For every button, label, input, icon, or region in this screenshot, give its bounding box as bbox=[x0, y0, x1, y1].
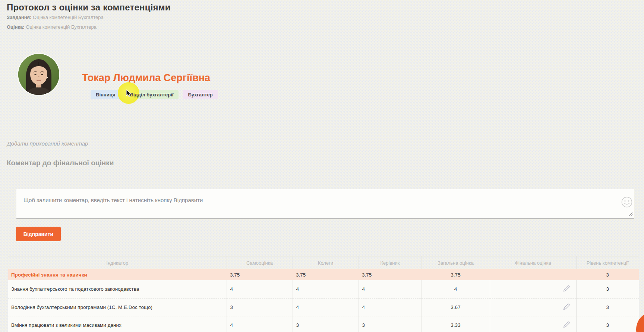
score-line: Оцінка: Оцінка компетенцій Бухгалтера bbox=[7, 24, 97, 30]
add-hidden-comment-link[interactable]: Додати прихований коментар bbox=[7, 140, 88, 147]
edit-final-score-pencil-icon[interactable] bbox=[562, 320, 571, 330]
table-header-row: Індикатор Самооцінка Колеги Керівник Заг… bbox=[8, 256, 639, 269]
table-row: Володіння бухгалтерськими програмами (1С… bbox=[8, 298, 639, 316]
edit-final-score-pencil-icon[interactable] bbox=[562, 284, 571, 294]
textarea-resize-handle[interactable] bbox=[628, 211, 633, 218]
category-level: 3 bbox=[576, 269, 639, 280]
row-self: 4 bbox=[227, 316, 293, 332]
row-indicator: Знання бухгалтерського та податкового за… bbox=[8, 280, 227, 298]
row-peers: 4 bbox=[293, 298, 359, 316]
edit-final-score-pencil-icon[interactable] bbox=[562, 302, 571, 312]
category-manager: 3.75 bbox=[359, 269, 422, 280]
row-level: 3 bbox=[576, 298, 639, 316]
category-overall: 3.75 bbox=[422, 269, 490, 280]
task-line: Завдання: Оцінка компетенцій Бухгалтера bbox=[7, 15, 104, 20]
row-peers: 4 bbox=[293, 280, 359, 298]
emoji-picker-icon[interactable] bbox=[621, 196, 633, 208]
row-peers: 3 bbox=[293, 316, 359, 332]
competency-table: Індикатор Самооцінка Колеги Керівник Заг… bbox=[8, 256, 639, 332]
task-value: Оцінка компетенцій Бухгалтера bbox=[33, 15, 104, 20]
avatar bbox=[17, 53, 60, 96]
page-title: Протокол з оцінки за компетенціями bbox=[7, 2, 171, 13]
cursor-icon bbox=[126, 89, 133, 99]
row-indicator: Володіння бухгалтерськими програмами (1С… bbox=[8, 298, 227, 316]
col-indicator: Індикатор bbox=[8, 256, 227, 269]
tag-position[interactable]: Бухгалтер bbox=[183, 90, 218, 99]
row-manager: 3 bbox=[359, 316, 422, 332]
tag-position-label: Бухгалтер bbox=[188, 92, 212, 98]
row-indicator: Вміння працювати з великими масивами дан… bbox=[8, 316, 227, 332]
score-label: Оцінка: bbox=[7, 24, 25, 30]
table-row: Вміння працювати з великими масивами дан… bbox=[8, 316, 639, 332]
category-self: 3.75 bbox=[227, 269, 293, 280]
row-overall: 4 bbox=[422, 280, 490, 298]
comment-input[interactable] bbox=[16, 189, 634, 219]
category-indicator: Професійні знання та навички bbox=[8, 269, 227, 280]
submit-button[interactable]: Відправити bbox=[16, 227, 61, 241]
tag-department-label: Відділ бухгалтерії bbox=[130, 92, 173, 98]
col-competency-level: Рівень компетенції bbox=[576, 256, 639, 269]
task-label: Завдання: bbox=[7, 15, 31, 20]
row-level: 3 bbox=[576, 316, 639, 332]
employee-name: Токар Людмила Сергіївна bbox=[82, 72, 210, 84]
row-manager: 4 bbox=[359, 280, 422, 298]
col-overall-score: Загальна оцінка bbox=[422, 256, 490, 269]
row-overall: 3.33 bbox=[422, 316, 490, 332]
row-manager: 4 bbox=[359, 298, 422, 316]
employee-tags: Вінниця Відділ бухгалтерії Бухгалтер bbox=[91, 90, 218, 99]
col-peers: Колеги bbox=[293, 256, 359, 269]
row-level: 3 bbox=[576, 280, 639, 298]
row-self: 4 bbox=[227, 280, 293, 298]
col-final-score: Фінальна оцінка bbox=[490, 256, 576, 269]
category-peers: 3.75 bbox=[293, 269, 359, 280]
row-overall: 3.67 bbox=[422, 298, 490, 316]
score-value: Оцінка компетенцій Бухгалтера bbox=[26, 24, 97, 30]
row-self: 3 bbox=[227, 298, 293, 316]
table-row: Знання бухгалтерського та податкового за… bbox=[8, 280, 639, 298]
tag-city[interactable]: Вінниця bbox=[91, 90, 120, 99]
avatar-photo-illustration bbox=[18, 54, 59, 95]
table-category-row: Професійні знання та навички 3.75 3.75 3… bbox=[8, 269, 639, 280]
col-self-score: Самооцінка bbox=[227, 256, 293, 269]
col-manager: Керівник bbox=[359, 256, 422, 269]
final-comment-heading: Коментар до фінальної оцінки bbox=[7, 159, 114, 167]
category-final bbox=[490, 269, 576, 280]
tag-city-label: Вінниця bbox=[96, 92, 115, 98]
